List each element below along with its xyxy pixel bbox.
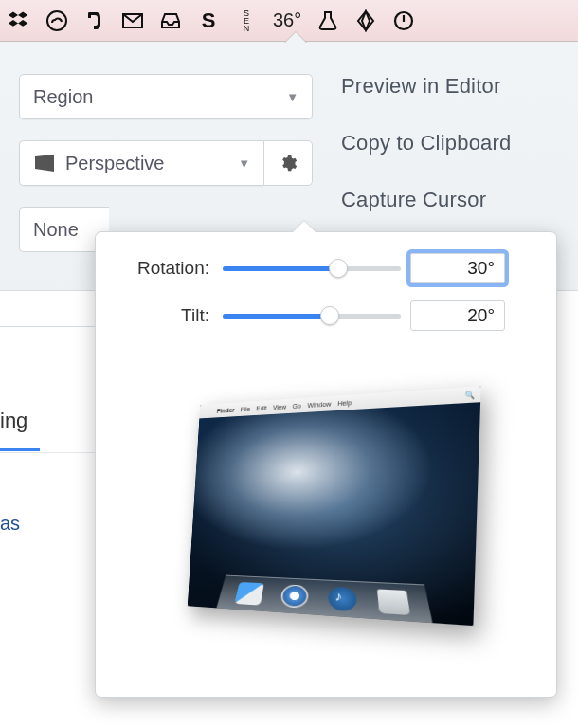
effect-settings-button[interactable] [263, 140, 313, 186]
creative-cloud-icon[interactable] [45, 9, 68, 32]
perspective-popover: Rotation: 30° Tilt: 20° Finder File Edit… [95, 231, 557, 698]
tilt-label: Tilt: [115, 305, 209, 326]
finder-icon [235, 582, 265, 606]
panel-arrow-icon [284, 32, 307, 44]
diamond-icon[interactable] [354, 9, 377, 32]
preview-menu-finder: Finder [217, 406, 235, 414]
rotation-slider-fill [223, 266, 338, 271]
perspective-icon [33, 155, 56, 172]
preview-menu-file: File [241, 405, 251, 413]
region-select-label: Region [33, 86, 93, 108]
chevron-down-icon: ▼ [238, 156, 250, 171]
tilt-field[interactable]: 20° [410, 300, 505, 331]
menubar-temperature[interactable]: 36° [273, 9, 301, 31]
left-cut-content: ing as [0, 326, 95, 724]
region-select[interactable]: Region ▼ [19, 74, 313, 119]
perspective-preview: Finder File Edit View Go Window Help 🔍 [115, 348, 532, 661]
skitch-icon[interactable]: S [197, 9, 220, 32]
capture-actions: Preview in Editor Copy to Clipboard Capt… [341, 74, 559, 212]
inbox-icon[interactable] [159, 9, 182, 32]
sensei-icon[interactable]: SEN [235, 9, 258, 32]
tilt-slider-thumb[interactable] [320, 306, 339, 325]
rotation-slider-thumb[interactable] [329, 259, 348, 278]
effect-select[interactable]: Perspective ▼ [19, 140, 263, 186]
power-icon[interactable] [392, 9, 415, 32]
rotation-row: Rotation: 30° [115, 253, 537, 283]
gmail-icon[interactable] [121, 9, 144, 32]
preview-menu-window: Window [307, 399, 331, 409]
effect-select-label: Perspective [65, 153, 165, 174]
svg-point-0 [47, 11, 66, 30]
preview-menu-edit: Edit [256, 404, 267, 412]
preview-menu-help: Help [337, 398, 352, 408]
tilt-row: Tilt: 20° [115, 300, 537, 331]
tilt-slider-fill [223, 314, 330, 318]
itunes-icon [329, 586, 358, 611]
partial-link-label[interactable]: as [0, 513, 34, 535]
capture-cursor-option[interactable]: Capture Cursor [341, 188, 559, 212]
copy-to-clipboard-option[interactable]: Copy to Clipboard [341, 131, 559, 155]
beaker-icon[interactable] [316, 9, 339, 32]
dropbox-icon[interactable] [8, 9, 30, 32]
rotation-field[interactable]: 30° [410, 253, 505, 283]
preview-menu-view: View [273, 402, 287, 410]
preview-in-editor-option[interactable]: Preview in Editor [341, 74, 559, 99]
gear-icon [279, 154, 298, 173]
preview-desktop: Finder File Edit View Go Window Help 🔍 [188, 386, 481, 626]
rotation-label: Rotation: [115, 258, 209, 279]
partial-tab-label[interactable]: ing [0, 409, 40, 451]
popover-arrow-icon [293, 221, 316, 232]
none-select-label: None [33, 219, 79, 241]
spotlight-icon: 🔍 [465, 390, 476, 399]
svg-marker-3 [35, 155, 54, 172]
trash-icon [377, 589, 410, 615]
evernote-icon[interactable] [83, 9, 106, 32]
tilt-slider[interactable] [223, 306, 401, 325]
chevron-down-icon: ▼ [286, 90, 298, 104]
safari-icon [280, 584, 310, 609]
rotation-slider[interactable] [223, 259, 401, 278]
preview-menu-go: Go [293, 401, 301, 410]
divider [0, 452, 95, 453]
